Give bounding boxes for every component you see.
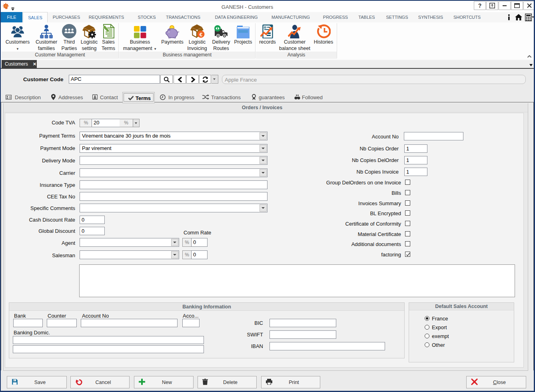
svg-text:?: ? <box>478 3 482 8</box>
svg-text:€: € <box>199 32 202 38</box>
